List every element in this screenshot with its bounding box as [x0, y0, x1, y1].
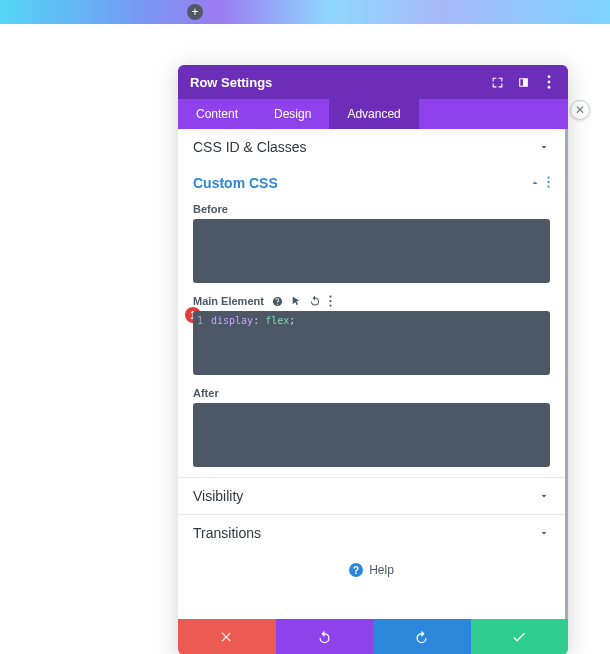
section-transitions: Transitions	[178, 514, 565, 551]
undo-button[interactable]	[276, 619, 374, 654]
svg-point-3	[547, 176, 549, 178]
svg-point-2	[548, 86, 551, 89]
hero-banner-strip: +	[0, 0, 610, 24]
code-area-after[interactable]	[193, 403, 550, 467]
help-link[interactable]: ? Help	[178, 551, 565, 583]
section-title: Visibility	[193, 488, 243, 504]
chevron-down-icon	[538, 490, 550, 502]
titlebar-actions	[490, 75, 556, 89]
svg-point-5	[547, 185, 549, 187]
tab-advanced[interactable]: Advanced	[329, 99, 418, 129]
tab-design[interactable]: Design	[256, 99, 329, 129]
field-label-main-element: Main Element	[193, 295, 550, 307]
section-menu-icon[interactable]	[547, 176, 550, 191]
titlebar-menu-icon[interactable]	[542, 75, 556, 89]
tab-content[interactable]: Content	[178, 99, 256, 129]
line-number: 1	[197, 315, 203, 326]
undo-icon[interactable]	[309, 295, 321, 307]
code-area-main-element[interactable]: 1 display: flex;	[193, 311, 550, 375]
svg-point-1	[548, 81, 551, 84]
svg-point-4	[547, 180, 549, 182]
svg-point-0	[548, 75, 551, 78]
svg-point-6	[329, 295, 331, 297]
save-button[interactable]	[471, 619, 569, 654]
modal-title: Row Settings	[190, 75, 272, 90]
chevron-up-icon	[529, 176, 550, 191]
modal-footer	[178, 619, 568, 654]
expand-icon[interactable]	[490, 75, 504, 89]
section-visibility: Visibility	[178, 477, 565, 514]
add-circle-button[interactable]: +	[187, 4, 203, 20]
svg-point-7	[329, 300, 331, 302]
main-element-wrap: 1 1 display: flex;	[193, 311, 550, 375]
help-icon[interactable]	[272, 296, 283, 307]
section-css-id-classes: CSS ID & Classes	[178, 129, 565, 165]
row-settings-modal: Row Settings Content Design Advanced CSS…	[178, 65, 568, 654]
section-header-visibility[interactable]: Visibility	[193, 488, 550, 504]
field-label-before: Before	[193, 203, 550, 215]
chevron-down-icon	[538, 527, 550, 539]
cancel-button[interactable]	[178, 619, 276, 654]
cursor-icon[interactable]	[291, 295, 301, 307]
section-header-custom-css[interactable]: Custom CSS	[193, 175, 550, 191]
section-title: Transitions	[193, 525, 261, 541]
code-end: ;	[289, 315, 295, 326]
code-sep: :	[253, 315, 265, 326]
svg-point-8	[329, 304, 331, 306]
chevron-down-icon	[538, 141, 550, 153]
field-label-after: After	[193, 387, 550, 399]
section-title: Custom CSS	[193, 175, 278, 191]
modal-titlebar: Row Settings	[178, 65, 568, 99]
section-header-css-id-classes[interactable]: CSS ID & Classes	[193, 139, 550, 155]
modal-body: CSS ID & Classes Custom CSS	[178, 129, 568, 619]
close-floating-button[interactable]: ✕	[570, 100, 590, 120]
section-title: CSS ID & Classes	[193, 139, 307, 155]
help-label: Help	[369, 563, 394, 577]
modal-tabs: Content Design Advanced	[178, 99, 568, 129]
section-custom-css: Custom CSS Before Main Element	[178, 165, 565, 477]
help-badge-icon: ?	[349, 563, 363, 577]
section-header-transitions[interactable]: Transitions	[193, 525, 550, 541]
field-menu-icon[interactable]	[329, 295, 332, 307]
redo-button[interactable]	[373, 619, 471, 654]
code-keyword: display	[211, 315, 253, 326]
code-area-before[interactable]	[193, 219, 550, 283]
code-value: flex	[265, 315, 289, 326]
snap-icon[interactable]	[516, 75, 530, 89]
